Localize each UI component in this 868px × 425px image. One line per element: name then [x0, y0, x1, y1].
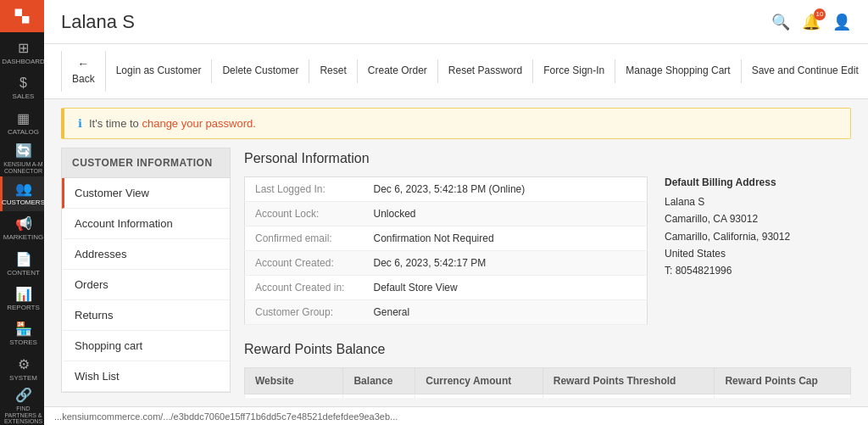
force-sign-in-label: Force Sign-In [543, 64, 604, 78]
delete-customer-button[interactable]: Delete Customer [212, 59, 309, 83]
sidebar-item-label: FIND PARTNERS & EXTENSIONS [3, 405, 44, 425]
back-icon: ← [77, 56, 89, 71]
billing-line-1: Lalana S [665, 193, 851, 210]
page-title: Lalana S [61, 11, 135, 33]
alert-message: It's time to change your password. [89, 117, 256, 130]
svg-rect-0 [10, 4, 34, 28]
sidebar-item-content[interactable]: 📄 CONTENT [0, 246, 44, 281]
notifications-icon[interactable]: 🔔 10 [802, 13, 821, 31]
reward-points-table: Website Balance Currency Amount Reward P… [244, 367, 851, 398]
alert-info-icon: ℹ [78, 117, 82, 130]
reset-label: Reset [320, 64, 346, 78]
field-value: Unlocked [364, 201, 648, 226]
action-toolbar: ← Back Login as Customer Delete Customer… [44, 44, 868, 99]
nav-item-orders[interactable]: Orders [62, 270, 230, 300]
back-label: Back [72, 73, 95, 87]
kensium-icon: 🔄 [15, 143, 32, 159]
app-logo[interactable] [0, 0, 44, 32]
save-continue-button[interactable]: Save and Continue Edit [742, 59, 868, 83]
reset-button[interactable]: Reset [309, 59, 357, 83]
nav-item-addresses[interactable]: Addresses [62, 239, 230, 270]
nav-item-customer-view[interactable]: Customer View [62, 178, 230, 209]
reward-points-section: Reward Points Balance Website Balance Cu… [244, 342, 851, 398]
main-content: Lalana S 🔍 🔔 10 👤 ← Back Login as Custom… [44, 0, 868, 425]
stores-icon: 🏪 [15, 321, 32, 337]
nav-item-wish-list[interactable]: Wish List [62, 361, 230, 392]
sidebar-item-catalog[interactable]: ▦ CATALOG [0, 106, 44, 141]
back-button[interactable]: ← Back [61, 51, 106, 92]
reset-password-button[interactable]: Reset Password [438, 59, 533, 83]
user-avatar-icon[interactable]: 👤 [832, 13, 851, 31]
sidebar-item-label: KENSIUM A-M CONNECTOR [3, 161, 44, 174]
field-label: Account Lock: [245, 201, 364, 226]
status-url: ...kensiumcommerce.com/.../e3bddc7060e15… [54, 411, 398, 422]
billing-line-3: Camarillo, California, 93012 [665, 228, 851, 245]
left-nav: CUSTOMER INFORMATION Customer View Accou… [61, 148, 231, 398]
manage-shopping-cart-button[interactable]: Manage Shopping Cart [615, 59, 741, 83]
main-panel: Personal Information Last Logged In: Dec… [244, 148, 851, 398]
col-website: Website [245, 367, 343, 394]
sales-icon: $ [19, 75, 27, 91]
sidebar-item-stores[interactable]: 🏪 STORES [0, 316, 44, 351]
nav-item-shopping-cart[interactable]: Shopping cart [62, 331, 230, 361]
manage-shopping-cart-label: Manage Shopping Cart [626, 64, 730, 78]
table-row: Customer Group: General [245, 299, 648, 324]
login-as-customer-button[interactable]: Login as Customer [106, 59, 213, 83]
field-label: Account Created: [245, 250, 364, 275]
create-order-button[interactable]: Create Order [358, 59, 438, 83]
cell-currency: $0.00 [415, 394, 542, 398]
sidebar-item-dashboard[interactable]: ⊞ DASHBOARD [0, 36, 44, 70]
table-row: Account Created: Dec 6, 2023, 5:42:17 PM [245, 250, 648, 275]
reward-points-title: Reward Points Balance [244, 342, 851, 357]
delete-customer-label: Delete Customer [222, 64, 298, 78]
sidebar-item-label: SALES [13, 93, 35, 101]
alert-banner: ℹ It's time to change your password. [61, 108, 851, 139]
sidebar-item-customers[interactable]: 👥 CUSTOMERS [0, 176, 44, 211]
field-value: Dec 6, 2023, 5:42:17 PM [364, 250, 648, 275]
cell-cap: Unlimited [715, 394, 851, 398]
sidebar-item-label: SYSTEM [9, 375, 37, 383]
status-bar: ...kensiumcommerce.com/.../e3bddc7060e15… [44, 406, 868, 425]
billing-line-4: United States [665, 245, 851, 262]
save-continue-label: Save and Continue Edit [752, 64, 859, 78]
sidebar-item-marketing[interactable]: 📢 MARKETING [0, 211, 44, 246]
reports-icon: 📊 [15, 286, 32, 302]
table-row: Confirmed email: Confirmation Not Requir… [245, 226, 648, 250]
table-row: Last Logged In: Dec 6, 2023, 5:42:18 PM … [245, 176, 648, 201]
sidebar-item-label: REPORTS [7, 305, 40, 312]
notification-badge: 10 [814, 8, 826, 20]
alert-link[interactable]: change your password. [142, 117, 255, 130]
customers-icon: 👥 [15, 181, 32, 197]
sidebar-item-partners[interactable]: 🔗 FIND PARTNERS & EXTENSIONS [0, 387, 44, 425]
table-row: Account Created in: Default Store View [245, 275, 648, 299]
partners-icon: 🔗 [15, 387, 32, 403]
create-order-label: Create Order [368, 64, 427, 78]
top-bar: Lalana S 🔍 🔔 10 👤 [44, 0, 868, 44]
sidebar-item-label: CONTENT [7, 270, 40, 277]
search-icon[interactable]: 🔍 [771, 13, 790, 31]
field-value: Default Store View [364, 275, 648, 299]
sidebar-item-reports[interactable]: 📊 REPORTS [0, 282, 44, 316]
sidebar-item-sales[interactable]: $ SALES [0, 71, 44, 106]
billing-address-title: Default Billing Address [665, 176, 851, 188]
field-label: Customer Group: [245, 299, 364, 324]
personal-info-title: Personal Information [244, 151, 851, 166]
dashboard-icon: ⊞ [18, 40, 29, 56]
col-balance: Balance [343, 367, 415, 394]
sidebar: ⊞ DASHBOARD $ SALES ▦ CATALOG 🔄 KENSIUM … [0, 0, 44, 425]
nav-item-account-information[interactable]: Account Information [62, 209, 230, 239]
sidebar-item-kensium[interactable]: 🔄 KENSIUM A-M CONNECTOR [0, 141, 44, 176]
nav-item-returns[interactable]: Returns [62, 300, 230, 331]
cell-website: Main Website [245, 394, 343, 398]
sidebar-item-label: CUSTOMERS [2, 199, 44, 207]
field-value: General [364, 299, 648, 324]
field-value: Dec 6, 2023, 5:42:18 PM (Online) [364, 176, 648, 201]
force-sign-in-button[interactable]: Force Sign-In [533, 59, 615, 83]
reset-password-label: Reset Password [448, 64, 522, 78]
billing-line-2: Camarillo, CA 93012 [665, 210, 851, 227]
sidebar-item-system[interactable]: ⚙ SYSTEM [0, 352, 44, 387]
body-area: CUSTOMER INFORMATION Customer View Accou… [44, 148, 868, 406]
catalog-icon: ▦ [17, 110, 30, 126]
sidebar-item-label: MARKETING [3, 234, 44, 242]
field-label: Last Logged In: [245, 176, 364, 201]
